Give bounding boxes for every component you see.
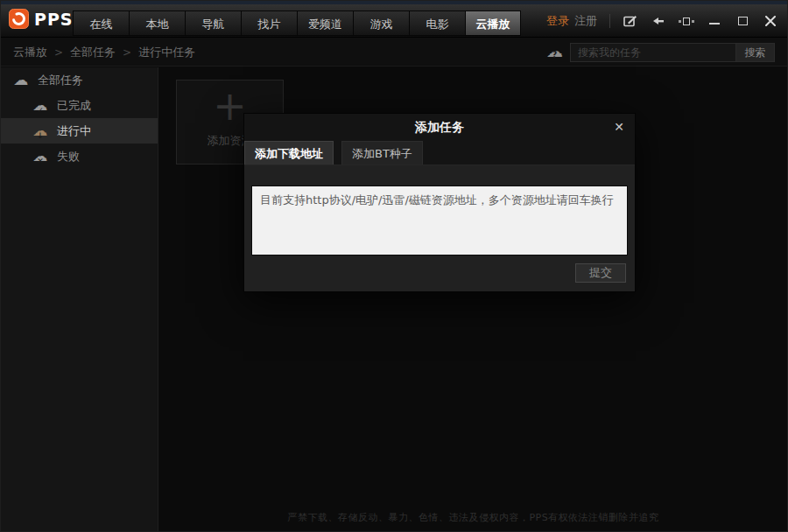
submit-button[interactable]: 提交	[575, 263, 626, 283]
feedback-icon[interactable]	[623, 13, 638, 29]
breadcrumb-bar: 云播放 > 全部任务 > 进行中任务 ☁ ? 搜索	[1, 38, 787, 66]
titlebar: PPS 在线 本地 导航 找片 爱频道 游戏 电影 云播放 登录 注册	[1, 4, 787, 38]
sidebar-item-label: 进行中	[57, 123, 91, 139]
tab-add-download-url[interactable]: 添加下载地址	[244, 141, 334, 164]
download-url-textarea[interactable]	[251, 186, 628, 256]
breadcrumb-cloud-play[interactable]: 云播放	[13, 45, 47, 60]
dialog-tabs: 添加下载地址 添加BT种子	[244, 140, 635, 165]
cloud-help-icon[interactable]: ☁ ?	[546, 44, 563, 60]
sidebar-item-completed[interactable]: ☁ ✓ 已完成	[1, 93, 158, 118]
titlebar-divider	[609, 14, 610, 28]
cloud-check-icon: ☁ ✓	[32, 98, 49, 113]
breadcrumb-separator: >	[123, 46, 131, 59]
cloud-icon: ☁	[12, 73, 30, 88]
sidebar-item-label: 全部任务	[38, 73, 83, 88]
legal-disclaimer: 严禁下载、存储反动、暴力、色情、违法及侵权内容，PPS有权依法注销删除并追究	[159, 511, 787, 524]
breadcrumb-separator: >	[54, 46, 63, 59]
sidebar-item-label: 失败	[57, 149, 80, 164]
sidebar-item-all-tasks[interactable]: ☁ 全部任务	[1, 67, 158, 93]
cloud-download-icon: ☁ ↓	[32, 123, 49, 138]
dialog-close-icon[interactable]: ✕	[612, 120, 626, 134]
cloud-error-icon: ☁ ✕	[32, 149, 49, 164]
tab-local[interactable]: 本地	[129, 10, 185, 36]
dialog-header: 添加任务 ✕	[244, 114, 635, 140]
sidebar-item-label: 已完成	[57, 98, 91, 114]
tab-cloud-play[interactable]: 云播放	[465, 10, 521, 36]
search-input[interactable]	[571, 44, 735, 61]
search-button[interactable]: 搜索	[735, 44, 774, 61]
sidebar: ☁ 全部任务 ☁ ✓ 已完成 ☁ ↓ 进行中 ☁ ✕ 失败	[1, 67, 158, 531]
pps-logo-icon	[9, 9, 29, 29]
tab-find-video[interactable]: 找片	[241, 10, 297, 36]
breadcrumb: 云播放 > 全部任务 > 进行中任务	[13, 38, 195, 66]
add-task-dialog: 添加任务 ✕ 添加下载地址 添加BT种子 提交	[243, 113, 636, 292]
dialog-body: 提交	[244, 165, 635, 291]
login-link[interactable]: 登录	[546, 13, 569, 29]
app-logo-text: PPS	[34, 10, 74, 29]
maximize-icon[interactable]	[735, 13, 750, 29]
tab-movies[interactable]: 电影	[409, 10, 465, 36]
minimize-icon[interactable]	[707, 13, 722, 29]
tab-games[interactable]: 游戏	[353, 10, 409, 36]
tab-navigation[interactable]: 导航	[185, 10, 241, 36]
pps-window: PPS 在线 本地 导航 找片 爱频道 游戏 电影 云播放 登录 注册	[0, 0, 788, 532]
breadcrumb-current-in-progress: 进行中任务	[138, 45, 195, 60]
tab-ichannel[interactable]: 爱频道	[297, 10, 353, 36]
tab-online[interactable]: 在线	[73, 10, 129, 36]
register-link[interactable]: 注册	[574, 13, 597, 29]
titlebar-right-controls: 登录 注册	[546, 4, 778, 38]
breadcrumb-all-tasks[interactable]: 全部任务	[70, 45, 116, 60]
dialog-title: 添加任务	[244, 114, 635, 140]
sidebar-item-in-progress[interactable]: ☁ ↓ 进行中	[1, 118, 158, 144]
pin-icon[interactable]	[651, 13, 666, 29]
sidebar-item-failed[interactable]: ☁ ✕ 失败	[1, 144, 158, 169]
mini-mode-icon[interactable]	[679, 13, 694, 29]
main-nav-tabs: 在线 本地 导航 找片 爱频道 游戏 电影 云播放	[73, 10, 521, 36]
task-search-box: 搜索	[570, 43, 775, 62]
close-icon[interactable]	[763, 13, 778, 29]
tab-add-bt-torrent[interactable]: 添加BT种子	[341, 141, 423, 164]
